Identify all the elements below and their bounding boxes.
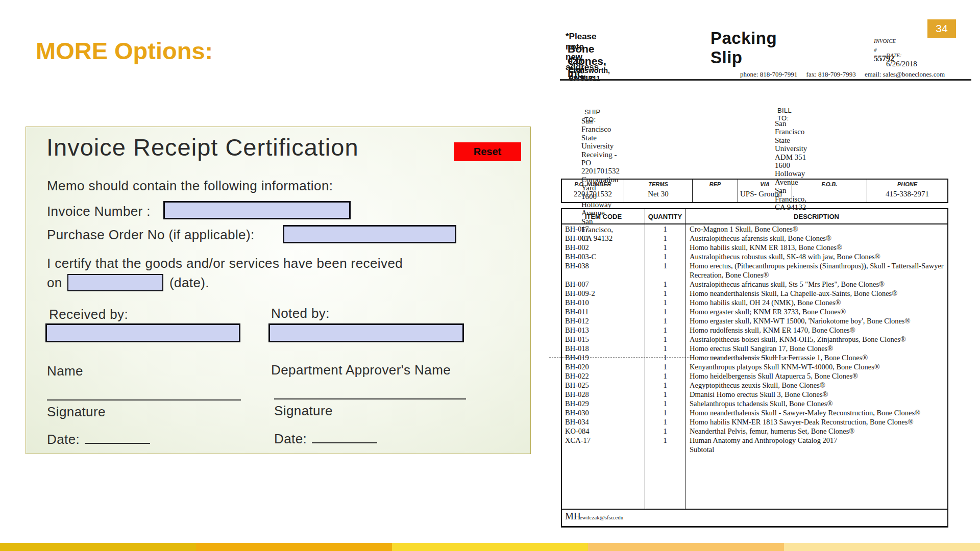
cell-code: BH-010	[562, 298, 645, 307]
bill-to-line: ADM 351	[775, 153, 807, 161]
date-suffix-label: (date).	[169, 275, 209, 291]
cell-qty: 1	[645, 381, 685, 390]
page-title: MORE Options:	[36, 37, 213, 65]
cell-code: BH-003-C	[562, 252, 645, 261]
date-label-left: Date:	[47, 432, 80, 447]
cell-qty: 1	[645, 280, 685, 289]
cell-desc: Dmanisi Homo erectus Skull 3, Bone Clone…	[685, 390, 947, 399]
cell-code: BH-017	[562, 224, 645, 234]
slide-bottom-bar	[0, 543, 980, 551]
table-row: BH-0021Homo habilis skull, KNM ER 1813, …	[562, 243, 947, 252]
table-row: BH-0121Homo ergaster skull, KNM-WT 15000…	[562, 316, 947, 325]
cell-qty: 1	[645, 298, 685, 307]
cell-qty: 1	[645, 289, 685, 298]
date-value: 6/26/2018	[886, 60, 917, 68]
purchase-order-field[interactable]	[283, 225, 456, 243]
slide-page-number: 34	[927, 19, 956, 38]
cell-qty: 1	[645, 417, 685, 427]
cell-qty	[645, 445, 685, 454]
bar-segment-4	[588, 543, 784, 551]
cell-desc: Aegyptopithecus zeuxis Skull, Bone Clone…	[685, 381, 947, 390]
noted-by-label: Noted by:	[271, 306, 330, 321]
cell-code: BH-001	[562, 234, 645, 243]
cell-desc: Homo habilis skull, KNM ER 1813, Bone Cl…	[685, 243, 947, 252]
date-row-left: Date:	[47, 432, 150, 447]
items-table: ITEM CODE QUANTITY DESCRIPTION BH-0171Cr…	[561, 208, 948, 528]
invoice-number-label: Invoice Number :	[47, 204, 151, 219]
cell-desc: Neanderthal Pelvis, femur, humerus Set, …	[685, 427, 947, 436]
certify-statement: I certify that the goods and/or services…	[47, 256, 403, 271]
cell-code: BH-011	[562, 307, 645, 316]
cell-code: BH-015	[562, 335, 645, 344]
order-value: Net 30	[624, 187, 692, 198]
department-approver-label: Department Approver's Name	[271, 362, 451, 378]
reset-button[interactable]: Reset	[454, 142, 521, 161]
bill-to-line: San Francisco State University	[775, 119, 807, 153]
cell-code: XCA-17	[562, 436, 645, 445]
cell-qty: 1	[645, 316, 685, 325]
cell-code: KO-084	[562, 427, 645, 436]
cell-qty: 1	[645, 243, 685, 252]
cell-desc: Homo neanderthalensis Skull La Ferrassie…	[685, 353, 947, 362]
table-row: Subtotal	[562, 445, 947, 454]
date-blank-right[interactable]	[312, 431, 377, 443]
signature-label-left: Signature	[47, 404, 106, 420]
signature-line-right	[274, 398, 466, 399]
ship-to-line: San Francisco State University	[581, 117, 620, 151]
cell-qty: 1	[645, 335, 685, 344]
cell-desc: Australopithecus afarensis skull, Bone C…	[685, 234, 947, 243]
order-header: TERMS	[624, 180, 692, 187]
cell-qty: 1	[645, 436, 685, 445]
items-table-body: BH-0171Cro-Magnon 1 Skull, Bone Clones®B…	[562, 224, 947, 509]
table-row: BH-0291Sahelanthropus tchadensis Skull, …	[562, 399, 947, 408]
order-value: UPS- Ground	[738, 187, 792, 198]
cell-desc: Homo ergaster skull; KNM ER 3733, Bone C…	[685, 307, 947, 316]
column-header-description: DESCRIPTION	[685, 209, 947, 223]
ship-to-line: Receiving - PO 2201701532	[581, 151, 620, 176]
date-label-right: Date:	[274, 431, 307, 446]
phone-value: phone: 818-709-7991	[740, 70, 797, 78]
contact-line: phone: 818-709-7991 fax: 818-709-7993 em…	[740, 70, 952, 79]
date-row-right: Date:	[274, 431, 377, 447]
cell-desc: Homo rudolfensis skull, KNM ER 1470, Bon…	[685, 325, 947, 335]
cell-code: BH-012	[562, 316, 645, 325]
email-value: email: sales@boneclones.com	[865, 70, 945, 78]
order-col-phone: PHONE 415-338-2971	[867, 180, 947, 202]
filler-cell	[562, 454, 645, 509]
cell-qty: 1	[645, 362, 685, 371]
cell-desc: Homo ergaster skull, KNM-WT 15000, 'Nari…	[685, 316, 947, 325]
noted-by-field[interactable]	[268, 323, 464, 342]
cell-desc: Australopithecus boisei skull, KNM-OH5, …	[685, 335, 947, 344]
bar-segment-5	[784, 543, 980, 551]
cell-qty: 1	[645, 371, 685, 381]
bar-segment-1	[0, 543, 196, 551]
cell-code: BH-025	[562, 381, 645, 390]
order-col-terms: TERMS Net 30	[624, 180, 693, 202]
order-col-rep: REP	[693, 180, 738, 202]
cell-desc: Homo neanderthalensis Skull - Sawyer-Mal…	[685, 408, 947, 417]
table-row: BH-0201Kenyanthropus platyops Skull KNM-…	[562, 362, 947, 371]
received-by-label: Received by:	[49, 307, 128, 322]
table-row: BH-0151Australopithecus boisei skull, KN…	[562, 335, 947, 344]
footer-email: ewilczak@sfsu.edu	[580, 514, 624, 520]
cell-code: BH-009-2	[562, 289, 645, 298]
order-header: VIA	[738, 180, 792, 187]
items-table-header: ITEM CODE QUANTITY DESCRIPTION	[562, 209, 947, 224]
cell-desc: Sahelanthropus tchadensis Skull, Bone Cl…	[685, 399, 947, 408]
received-date-field[interactable]	[67, 274, 163, 291]
order-col-po: P.O. NUMBER 2201701532	[562, 180, 624, 202]
table-filler-row	[562, 454, 947, 509]
cell-desc: Australopithecus robustus skull, SK-48 w…	[685, 252, 947, 261]
cell-desc: Homo habilis KNM-ER 1813 Sawyer-Deak Rec…	[685, 417, 947, 427]
name-label: Name	[47, 363, 83, 379]
bar-segment-3	[392, 543, 588, 551]
cell-code	[562, 445, 645, 454]
received-by-field[interactable]	[45, 323, 240, 342]
invoice-number-field[interactable]	[163, 201, 351, 219]
cell-qty: 1	[645, 344, 685, 353]
cell-code: BH-028	[562, 390, 645, 399]
cell-code: BH-034	[562, 417, 645, 427]
table-row: BH-0251Aegyptopithecus zeuxis Skull, Bon…	[562, 381, 947, 390]
cell-desc: Human Anatomy and Anthropology Catalog 2…	[685, 436, 947, 445]
date-blank-left[interactable]	[85, 432, 150, 444]
